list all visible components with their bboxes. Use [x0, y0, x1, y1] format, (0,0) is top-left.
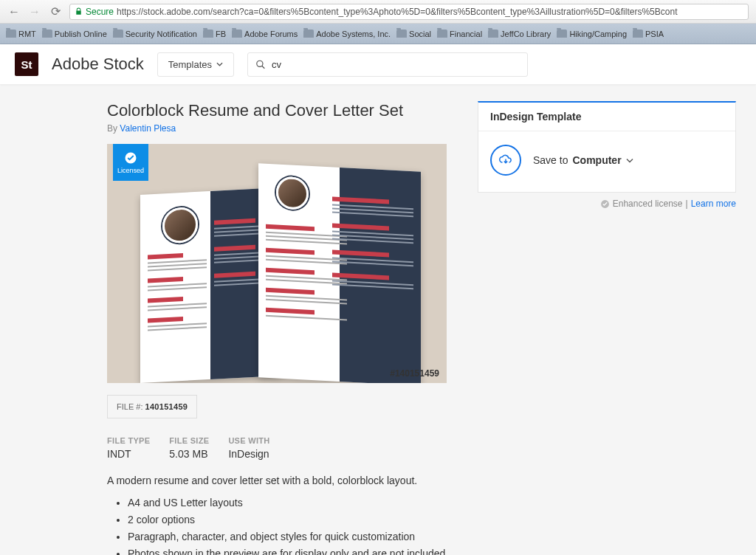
bookmark-label: Adobe Forums — [244, 30, 298, 38]
meta-value: 5.03 MB — [169, 448, 209, 460]
secure-indicator: Secure — [75, 7, 114, 17]
folder-icon — [42, 30, 52, 38]
author-link[interactable]: Valentin Plesa — [120, 123, 176, 134]
folder-icon — [6, 30, 16, 38]
bookmark-label: PSIA — [645, 30, 664, 38]
meta-file-size: FILE SIZE 5.03 MB — [169, 436, 209, 460]
bookmark-item[interactable]: PSIA — [633, 30, 664, 38]
bookmark-item[interactable]: Adobe Systems, Inc. — [303, 30, 391, 38]
meta-heading: FILE TYPE — [107, 436, 150, 445]
save-prefix: Save to — [533, 154, 568, 166]
meta-heading: USE WITH — [228, 436, 269, 445]
bookmark-label: Security Notification — [126, 30, 197, 38]
logo-text[interactable]: Adobe Stock — [52, 55, 144, 74]
folder-icon — [633, 30, 643, 38]
folder-icon — [557, 30, 567, 38]
panel-body: Save to Computer — [478, 131, 735, 192]
license-note: Enhanced license | Learn more — [478, 199, 736, 209]
logo-icon[interactable]: St — [15, 52, 38, 76]
page-content: Colorblock Resume and Cover Letter Set B… — [0, 85, 756, 555]
folder-icon — [488, 30, 498, 38]
panel-heading: InDesign Template — [478, 103, 735, 131]
folder-icon — [203, 30, 213, 38]
preview-image[interactable]: Licensed #140151459 — [107, 144, 447, 383]
feature-item: A4 and US Letter layouts — [128, 494, 447, 511]
category-label: Templates — [168, 59, 212, 70]
bookmark-label: RMT — [18, 30, 36, 38]
meta-row: FILE TYPE INDT FILE SIZE 5.03 MB USE WIT… — [107, 436, 447, 460]
learn-more-link[interactable]: Learn more — [691, 199, 736, 209]
feature-list: A4 and US Letter layouts2 color optionsP… — [107, 494, 447, 555]
by-label: By — [107, 123, 120, 134]
download-button[interactable] — [490, 145, 521, 176]
bookmark-label: Hiking/Camping — [569, 30, 627, 38]
feature-item: Photos shown in the preview are for disp… — [128, 545, 447, 555]
bookmark-item[interactable]: Social — [396, 30, 431, 38]
bookmark-item[interactable]: Security Notification — [113, 30, 197, 38]
folder-icon — [437, 30, 447, 38]
chevron-down-icon — [626, 158, 633, 163]
bookmark-label: Adobe Systems, Inc. — [316, 30, 391, 38]
bookmark-item[interactable]: RMT — [6, 30, 36, 38]
byline: By Valentin Plesa — [107, 123, 447, 134]
bookmark-item[interactable]: Hiking/Camping — [557, 30, 627, 38]
search-icon — [255, 59, 266, 70]
folder-icon — [113, 30, 123, 38]
folder-icon — [396, 30, 407, 38]
site-header: St Adobe Stock Templates — [0, 44, 756, 85]
address-bar[interactable]: Secure https://stock.adobe.com/search?ca… — [69, 4, 749, 20]
bookmark-label: FB — [216, 30, 226, 38]
svg-point-0 — [257, 61, 263, 66]
forward-button[interactable]: → — [28, 5, 41, 18]
side-panel: InDesign Template Save to Computer Enhan… — [478, 101, 736, 555]
license-sep: | — [686, 199, 688, 209]
bookmark-label: JeffCo Library — [501, 30, 551, 38]
license-text: Enhanced license — [613, 199, 683, 209]
bookmark-label: Social — [409, 30, 431, 38]
meta-value: InDesign — [228, 448, 269, 460]
bookmark-item[interactable]: Financial — [437, 30, 482, 38]
file-id-box: FILE #: 140151459 — [107, 395, 197, 418]
product-title: Colorblock Resume and Cover Letter Set — [107, 101, 447, 120]
bookmark-item[interactable]: Adobe Forums — [232, 30, 298, 38]
svg-line-1 — [262, 66, 265, 69]
url-text: https://stock.adobe.com/search?ca=0&filt… — [117, 7, 677, 17]
licensed-label: Licensed — [117, 167, 144, 174]
product-detail: Colorblock Resume and Cover Letter Set B… — [107, 101, 447, 555]
meta-use-with: USE WITH InDesign — [228, 436, 269, 460]
search-box[interactable] — [247, 52, 528, 77]
save-destination[interactable]: Save to Computer — [533, 154, 633, 166]
chevron-down-icon — [216, 62, 223, 66]
folder-icon — [232, 30, 242, 38]
bookmark-item[interactable]: FB — [203, 30, 226, 38]
feature-item: 2 color options — [128, 511, 447, 528]
meta-value: INDT — [107, 448, 150, 460]
file-label: FILE #: — [117, 402, 142, 411]
check-circle-icon — [600, 199, 610, 209]
licensed-badge: Licensed — [113, 144, 148, 181]
meta-file-type: FILE TYPE INDT — [107, 436, 150, 460]
product-description: A modern resume and cover letter set wit… — [107, 473, 447, 489]
cloud-download-icon — [499, 154, 512, 167]
feature-item: Paragraph, character, and object styles … — [128, 528, 447, 545]
meta-heading: FILE SIZE — [169, 436, 209, 445]
download-panel: InDesign Template Save to Computer — [478, 101, 736, 193]
bookmark-item[interactable]: JeffCo Library — [488, 30, 551, 38]
bookmarks-bar: RMTPublish OnlineSecurity NotificationFB… — [0, 24, 756, 44]
asset-id-overlay: #140151459 — [390, 368, 439, 379]
bookmark-label: Financial — [450, 30, 482, 38]
check-circle-icon — [124, 151, 137, 165]
save-target: Computer — [572, 154, 621, 166]
reload-button[interactable]: ⟳ — [49, 4, 62, 18]
bookmark-label: Publish Online — [55, 30, 107, 38]
back-button[interactable]: ← — [7, 5, 21, 18]
lock-icon — [75, 7, 83, 15]
bookmark-item[interactable]: Publish Online — [42, 30, 107, 38]
mock-doc-front — [258, 163, 421, 383]
category-dropdown[interactable]: Templates — [157, 52, 234, 77]
search-input[interactable] — [272, 59, 520, 70]
browser-toolbar: ← → ⟳ Secure https://stock.adobe.com/sea… — [0, 0, 756, 24]
secure-label: Secure — [86, 7, 114, 17]
folder-icon — [303, 30, 314, 38]
file-number: 140151459 — [145, 402, 188, 411]
